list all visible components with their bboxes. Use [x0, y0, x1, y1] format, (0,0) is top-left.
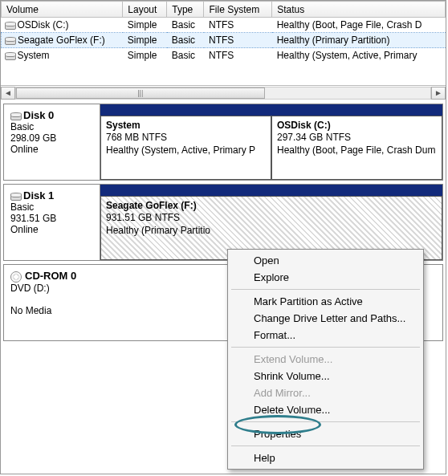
menu-help[interactable]: Help — [230, 450, 422, 466]
disk-label[interactable]: Disk 1 Basic 931.51 GB Online — [4, 185, 100, 260]
volume-icon — [5, 22, 14, 30]
partition-title: Seagate GoFlex (F:) — [106, 200, 197, 211]
menu-separator — [231, 289, 420, 290]
volume-status: Healthy (Boot, Page File, Crash D — [272, 18, 446, 33]
volume-layout: Simple — [123, 18, 167, 33]
disk-type: Basic — [10, 201, 34, 213]
scroll-left-button[interactable]: ◄ — [1, 87, 15, 100]
disk-label[interactable]: Disk 0 Basic 298.09 GB Online — [4, 104, 100, 180]
disk-header-stripe — [100, 104, 442, 116]
volume-status: Healthy (Primary Partition) — [272, 33, 446, 48]
menu-open[interactable]: Open — [230, 252, 422, 269]
scroll-thumb[interactable]: ||| — [16, 87, 265, 99]
volume-layout: Simple — [123, 48, 167, 63]
menu-delete-volume[interactable]: Delete Volume... — [230, 401, 422, 418]
volume-name: System — [18, 50, 50, 61]
volume-name: OSDisk (C:) — [18, 19, 69, 31]
partition-size: 931.51 GB NTFS — [106, 211, 437, 224]
disk-state: No Media — [10, 305, 51, 316]
col-status[interactable]: Status — [272, 2, 446, 18]
volume-fs: NTFS — [204, 33, 272, 48]
volume-row[interactable]: OSDisk (C:) Simple Basic NTFS Healthy (B… — [2, 18, 446, 33]
partition-status: Healthy (System, Active, Primary P — [106, 144, 266, 157]
partition[interactable]: System 768 MB NTFS Healthy (System, Acti… — [100, 116, 271, 180]
volume-type: Basic — [167, 48, 204, 63]
volume-icon — [5, 52, 14, 60]
disk-icon — [10, 193, 20, 201]
col-filesystem[interactable]: File System — [204, 2, 272, 18]
menu-separator — [231, 421, 420, 422]
partition-size: 768 MB NTFS — [106, 131, 266, 144]
cdrom-icon — [10, 271, 22, 283]
volume-row[interactable]: Seagate GoFlex (F:) Simple Basic NTFS He… — [2, 33, 446, 48]
disk-row: Disk 0 Basic 298.09 GB Online System 768… — [3, 104, 443, 181]
volume-row[interactable]: System Simple Basic NTFS Healthy (System… — [2, 48, 446, 63]
partition-status: Healthy (Boot, Page File, Crash Dum — [277, 144, 437, 157]
disk-state: Online — [10, 224, 39, 235]
menu-properties[interactable]: Properties — [230, 425, 422, 442]
partition-title: System — [106, 120, 141, 131]
menu-extend-volume: Extend Volume... — [230, 351, 422, 368]
disk-header-stripe — [100, 185, 442, 196]
menu-change-drive-letter[interactable]: Change Drive Letter and Paths... — [230, 310, 422, 327]
disk-name: Disk 1 — [23, 189, 54, 201]
disk-size: 298.09 GB — [10, 132, 56, 144]
partition-context-menu: Open Explore Mark Partition as Active Ch… — [227, 249, 424, 470]
disk-label[interactable]: CD-ROM 0 DVD (D:) No Media — [4, 265, 100, 340]
menu-shrink-volume[interactable]: Shrink Volume... — [230, 368, 422, 384]
menu-mark-active[interactable]: Mark Partition as Active — [230, 293, 422, 310]
scroll-right-button[interactable]: ► — [431, 87, 446, 100]
menu-format[interactable]: Format... — [230, 327, 422, 344]
volume-fs: NTFS — [204, 18, 272, 33]
partition[interactable]: OSDisk (C:) 297.34 GB NTFS Healthy (Boot… — [271, 116, 442, 180]
partition-status: Healthy (Primary Partitio — [106, 224, 437, 237]
disk-name: Disk 0 — [23, 109, 54, 121]
disk-type: Basic — [10, 121, 34, 132]
volume-type: Basic — [167, 18, 204, 33]
horizontal-scrollbar[interactable]: ◄ ||| ► — [1, 85, 446, 100]
menu-explore[interactable]: Explore — [230, 269, 422, 286]
volume-type: Basic — [167, 33, 204, 48]
menu-separator — [231, 347, 420, 348]
partition-size: 297.34 GB NTFS — [277, 131, 437, 144]
disk-icon — [10, 112, 20, 120]
partition-title: OSDisk (C:) — [277, 120, 331, 131]
disk-state: Online — [10, 144, 39, 155]
volume-fs: NTFS — [204, 48, 272, 63]
volume-layout: Simple — [123, 33, 167, 48]
col-layout[interactable]: Layout — [123, 2, 167, 18]
volume-list[interactable]: Volume Layout Type File System Status OS… — [1, 1, 446, 85]
volume-name: Seagate GoFlex (F:) — [18, 35, 105, 46]
menu-separator — [231, 445, 420, 446]
disk-type: DVD (D:) — [10, 283, 50, 294]
disk-size: 931.51 GB — [10, 213, 56, 224]
volume-icon — [5, 37, 14, 45]
disk-name: CD-ROM 0 — [25, 270, 76, 282]
col-volume[interactable]: Volume — [2, 2, 123, 18]
volume-status: Healthy (System, Active, Primary — [272, 48, 446, 63]
col-type[interactable]: Type — [167, 2, 204, 18]
menu-add-mirror: Add Mirror... — [230, 384, 422, 401]
scroll-track[interactable]: ||| — [15, 87, 431, 100]
